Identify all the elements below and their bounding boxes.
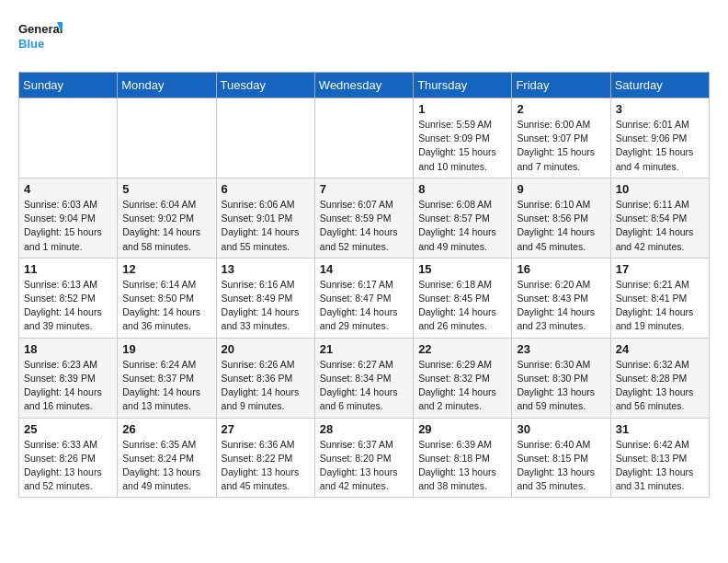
day-info: Sunrise: 5:59 AM Sunset: 9:09 PM Dayligh…	[418, 118, 506, 174]
calendar-week-row: 1Sunrise: 5:59 AM Sunset: 9:09 PM Daylig…	[19, 98, 710, 178]
calendar-cell: 20Sunrise: 6:26 AM Sunset: 8:36 PM Dayli…	[216, 338, 314, 418]
weekday-header-sunday: Sunday	[19, 73, 118, 98]
day-info: Sunrise: 6:30 AM Sunset: 8:30 PM Dayligh…	[517, 358, 605, 414]
day-info: Sunrise: 6:23 AM Sunset: 8:39 PM Dayligh…	[24, 358, 112, 414]
day-number: 21	[320, 342, 408, 356]
weekday-header-wednesday: Wednesday	[314, 73, 413, 98]
calendar-cell: 22Sunrise: 6:29 AM Sunset: 8:32 PM Dayli…	[414, 338, 512, 418]
calendar-cell: 7Sunrise: 6:07 AM Sunset: 8:59 PM Daylig…	[314, 178, 413, 258]
calendar-cell: 1Sunrise: 5:59 AM Sunset: 9:09 PM Daylig…	[414, 98, 512, 178]
day-number: 23	[517, 342, 605, 356]
day-number: 24	[616, 342, 704, 356]
calendar-cell: 17Sunrise: 6:21 AM Sunset: 8:41 PM Dayli…	[610, 258, 709, 338]
day-info: Sunrise: 6:10 AM Sunset: 8:56 PM Dayligh…	[517, 198, 605, 254]
day-info: Sunrise: 6:40 AM Sunset: 8:15 PM Dayligh…	[517, 438, 605, 494]
calendar-cell: 30Sunrise: 6:40 AM Sunset: 8:15 PM Dayli…	[512, 418, 610, 498]
day-info: Sunrise: 6:36 AM Sunset: 8:22 PM Dayligh…	[222, 438, 310, 494]
page-header: General Blue	[18, 18, 710, 57]
svg-text:General: General	[18, 22, 63, 36]
day-number: 26	[122, 422, 210, 436]
day-info: Sunrise: 6:06 AM Sunset: 9:01 PM Dayligh…	[222, 198, 310, 254]
day-info: Sunrise: 6:14 AM Sunset: 8:50 PM Dayligh…	[122, 278, 210, 334]
day-number: 29	[418, 422, 506, 436]
day-number: 5	[122, 182, 210, 196]
weekday-header-saturday: Saturday	[610, 73, 709, 98]
calendar-cell: 16Sunrise: 6:20 AM Sunset: 8:43 PM Dayli…	[512, 258, 610, 338]
weekday-header-monday: Monday	[118, 73, 216, 98]
calendar-cell	[314, 98, 413, 178]
calendar-header-row: SundayMondayTuesdayWednesdayThursdayFrid…	[19, 73, 710, 98]
logo: General Blue	[18, 18, 63, 57]
day-info: Sunrise: 6:26 AM Sunset: 8:36 PM Dayligh…	[222, 358, 310, 414]
calendar-cell: 15Sunrise: 6:18 AM Sunset: 8:45 PM Dayli…	[414, 258, 512, 338]
day-info: Sunrise: 6:03 AM Sunset: 9:04 PM Dayligh…	[24, 198, 112, 254]
day-info: Sunrise: 6:32 AM Sunset: 8:28 PM Dayligh…	[616, 358, 704, 414]
calendar-cell: 27Sunrise: 6:36 AM Sunset: 8:22 PM Dayli…	[216, 418, 314, 498]
day-number: 11	[24, 262, 112, 276]
day-number: 31	[616, 422, 704, 436]
calendar-table: SundayMondayTuesdayWednesdayThursdayFrid…	[18, 72, 710, 498]
day-number: 15	[418, 262, 506, 276]
calendar-cell: 3Sunrise: 6:01 AM Sunset: 9:06 PM Daylig…	[610, 98, 709, 178]
day-number: 30	[517, 422, 605, 436]
day-number: 27	[222, 422, 310, 436]
day-number: 10	[616, 182, 704, 196]
day-number: 12	[122, 262, 210, 276]
day-number: 6	[222, 182, 310, 196]
day-info: Sunrise: 6:11 AM Sunset: 8:54 PM Dayligh…	[616, 198, 704, 254]
calendar-week-row: 18Sunrise: 6:23 AM Sunset: 8:39 PM Dayli…	[19, 338, 710, 418]
calendar-week-row: 4Sunrise: 6:03 AM Sunset: 9:04 PM Daylig…	[19, 178, 710, 258]
calendar-cell: 12Sunrise: 6:14 AM Sunset: 8:50 PM Dayli…	[118, 258, 216, 338]
day-number: 13	[222, 262, 310, 276]
day-number: 14	[320, 262, 408, 276]
weekday-header-tuesday: Tuesday	[216, 73, 314, 98]
calendar-cell: 2Sunrise: 6:00 AM Sunset: 9:07 PM Daylig…	[512, 98, 610, 178]
svg-text:Blue: Blue	[18, 37, 44, 51]
calendar-cell: 24Sunrise: 6:32 AM Sunset: 8:28 PM Dayli…	[610, 338, 709, 418]
day-info: Sunrise: 6:29 AM Sunset: 8:32 PM Dayligh…	[418, 358, 506, 414]
day-number: 28	[320, 422, 408, 436]
day-number: 17	[616, 262, 704, 276]
calendar-cell: 28Sunrise: 6:37 AM Sunset: 8:20 PM Dayli…	[314, 418, 413, 498]
day-info: Sunrise: 6:39 AM Sunset: 8:18 PM Dayligh…	[418, 438, 506, 494]
calendar-cell: 21Sunrise: 6:27 AM Sunset: 8:34 PM Dayli…	[314, 338, 413, 418]
day-info: Sunrise: 6:04 AM Sunset: 9:02 PM Dayligh…	[122, 198, 210, 254]
day-number: 9	[517, 182, 605, 196]
day-number: 22	[418, 342, 506, 356]
calendar-week-row: 25Sunrise: 6:33 AM Sunset: 8:26 PM Dayli…	[19, 418, 710, 498]
calendar-cell: 31Sunrise: 6:42 AM Sunset: 8:13 PM Dayli…	[610, 418, 709, 498]
calendar-cell: 10Sunrise: 6:11 AM Sunset: 8:54 PM Dayli…	[610, 178, 709, 258]
calendar-cell: 18Sunrise: 6:23 AM Sunset: 8:39 PM Dayli…	[19, 338, 118, 418]
day-info: Sunrise: 6:35 AM Sunset: 8:24 PM Dayligh…	[122, 438, 210, 494]
calendar-week-row: 11Sunrise: 6:13 AM Sunset: 8:52 PM Dayli…	[19, 258, 710, 338]
calendar-cell: 6Sunrise: 6:06 AM Sunset: 9:01 PM Daylig…	[216, 178, 314, 258]
calendar-cell: 29Sunrise: 6:39 AM Sunset: 8:18 PM Dayli…	[414, 418, 512, 498]
calendar-cell: 9Sunrise: 6:10 AM Sunset: 8:56 PM Daylig…	[512, 178, 610, 258]
day-number: 7	[320, 182, 408, 196]
day-number: 4	[24, 182, 112, 196]
calendar-cell: 19Sunrise: 6:24 AM Sunset: 8:37 PM Dayli…	[118, 338, 216, 418]
day-info: Sunrise: 6:42 AM Sunset: 8:13 PM Dayligh…	[616, 438, 704, 494]
calendar-cell: 5Sunrise: 6:04 AM Sunset: 9:02 PM Daylig…	[118, 178, 216, 258]
day-number: 1	[418, 102, 506, 116]
calendar-cell	[216, 98, 314, 178]
calendar-cell: 14Sunrise: 6:17 AM Sunset: 8:47 PM Dayli…	[314, 258, 413, 338]
calendar-cell: 13Sunrise: 6:16 AM Sunset: 8:49 PM Dayli…	[216, 258, 314, 338]
weekday-header-friday: Friday	[512, 73, 610, 98]
calendar-cell	[19, 98, 118, 178]
calendar-cell: 25Sunrise: 6:33 AM Sunset: 8:26 PM Dayli…	[19, 418, 118, 498]
calendar-cell: 26Sunrise: 6:35 AM Sunset: 8:24 PM Dayli…	[118, 418, 216, 498]
day-number: 8	[418, 182, 506, 196]
weekday-header-thursday: Thursday	[414, 73, 512, 98]
day-info: Sunrise: 6:01 AM Sunset: 9:06 PM Dayligh…	[616, 118, 704, 174]
day-info: Sunrise: 6:13 AM Sunset: 8:52 PM Dayligh…	[24, 278, 112, 334]
day-info: Sunrise: 6:17 AM Sunset: 8:47 PM Dayligh…	[320, 278, 408, 334]
day-number: 25	[24, 422, 112, 436]
day-number: 3	[616, 102, 704, 116]
day-number: 19	[122, 342, 210, 356]
day-number: 2	[517, 102, 605, 116]
day-number: 16	[517, 262, 605, 276]
day-number: 20	[222, 342, 310, 356]
day-info: Sunrise: 6:08 AM Sunset: 8:57 PM Dayligh…	[418, 198, 506, 254]
calendar-cell	[118, 98, 216, 178]
